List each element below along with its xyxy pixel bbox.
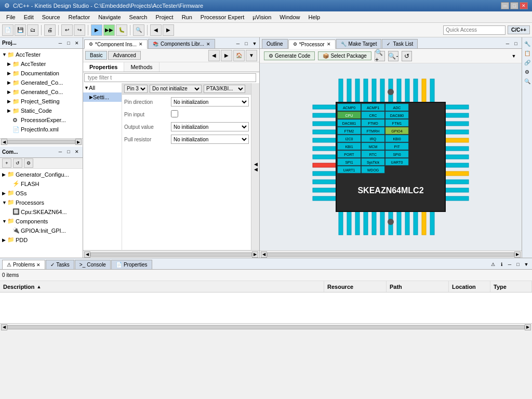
nav-home[interactable]: 🏠: [233, 50, 245, 61]
generate-code-button[interactable]: ⚙ Generate Code: [264, 51, 315, 60]
prev-button[interactable]: ◀: [150, 24, 162, 36]
tab-component-inspector[interactable]: ⚙ *Component Ins... ✕: [84, 39, 148, 49]
proc-hscroll-right[interactable]: ▶: [514, 251, 521, 258]
side-btn-1[interactable]: 🔧: [523, 39, 531, 48]
pin-input-checkbox[interactable]: [171, 110, 178, 117]
nav-back[interactable]: ◀: [208, 50, 220, 61]
col-description[interactable]: Description ▲: [0, 281, 324, 292]
tab-make-target[interactable]: 🔧 Make Target: [336, 39, 382, 48]
comp-panel-close[interactable]: ✕: [73, 148, 81, 155]
proc-hscroll-left[interactable]: ◀: [261, 251, 267, 258]
side-btn-3[interactable]: 🔗: [523, 58, 531, 66]
tree-project-info[interactable]: 📄 ProjectInfo.xml: [1, 125, 82, 134]
tree-generated[interactable]: ▶ 📁 Generated_Co...: [1, 78, 82, 87]
redo-button[interactable]: ↪: [74, 24, 85, 36]
bottom-menu[interactable]: ▼: [523, 261, 530, 268]
pin-direction-select[interactable]: No initialization: [171, 97, 249, 107]
collapse-divider[interactable]: ◀◀: [251, 83, 259, 250]
processor-tab-close[interactable]: ✕: [327, 42, 331, 47]
debug-button[interactable]: 🐛: [116, 24, 127, 36]
tree-sources[interactable]: ▶ 📁 Project_Setting: [1, 97, 82, 106]
refresh-button[interactable]: ↺: [402, 51, 412, 61]
inspector-tab-close[interactable]: ✕: [139, 42, 143, 47]
tab-problems[interactable]: ⚠ Problems ✕: [2, 260, 45, 269]
col-type[interactable]: Type: [490, 281, 532, 292]
select-package-button[interactable]: 📦 Select Package: [318, 51, 371, 60]
comp-settings-btn[interactable]: ⚙: [24, 158, 33, 168]
maximize-button[interactable]: □: [510, 2, 518, 9]
menu-file[interactable]: File: [2, 11, 20, 22]
nav-menu[interactable]: ▼: [246, 50, 257, 61]
tab-tasks[interactable]: ✓ Tasks: [46, 260, 74, 269]
undo-button[interactable]: ↩: [61, 24, 73, 36]
library-tab-close[interactable]: ✕: [206, 42, 210, 47]
inspector-hscroll-right[interactable]: ▶: [252, 251, 258, 258]
perspective-button[interactable]: C/C++: [508, 25, 530, 34]
tab-outline[interactable]: Outline: [262, 39, 288, 48]
tree-documentation[interactable]: ▶ 📁 Documentation: [1, 69, 82, 78]
right-panel-maximize[interactable]: □: [512, 40, 520, 47]
zoom-in-button[interactable]: 🔍+: [375, 51, 385, 61]
inspector-maximize[interactable]: □: [243, 40, 250, 47]
tree-includes[interactable]: ▶ 📁 AccTester: [1, 59, 82, 69]
col-path[interactable]: Path: [387, 281, 449, 292]
quick-access-input[interactable]: [443, 25, 506, 35]
prob-hscroll-right[interactable]: ▶: [525, 324, 531, 330]
problems-hscroll[interactable]: ◀ ▶: [0, 323, 532, 330]
comp-panel-maximize[interactable]: □: [65, 148, 72, 155]
pin-init-select[interactable]: Do not initialize: [150, 85, 202, 93]
inspector-menu[interactable]: ▼: [251, 40, 258, 47]
bottom-filter2-btn[interactable]: ℹ: [498, 261, 505, 268]
tree-processor-expert[interactable]: ⚙ ProcessorExper...: [1, 115, 82, 125]
menu-help[interactable]: Help: [304, 11, 324, 22]
processor-hscroll[interactable]: ◀ ▶: [260, 250, 522, 258]
close-button[interactable]: ✕: [520, 2, 528, 9]
problems-tab-close[interactable]: ✕: [36, 262, 41, 268]
menu-run[interactable]: Run: [178, 11, 196, 22]
hscroll-right[interactable]: ▶: [75, 139, 82, 145]
tree-settings-item[interactable]: ▶ Setti...: [83, 92, 122, 102]
comp-tree-generator[interactable]: ▶ 📁 Generator_Configu...: [1, 170, 82, 179]
menu-refactor[interactable]: Refactor: [64, 11, 95, 22]
comp-tree-processors[interactable]: ▼ 📁 Processors: [1, 198, 82, 207]
comp-tree-oss[interactable]: ▶ 📁 OSs: [1, 189, 82, 198]
panel-minimize-btn[interactable]: ─: [57, 39, 64, 47]
properties-tab[interactable]: Properties: [83, 62, 124, 72]
bottom-maximize[interactable]: □: [514, 261, 522, 268]
menu-window[interactable]: Window: [275, 11, 304, 22]
side-btn-5[interactable]: 🔍: [523, 77, 531, 85]
filter-input[interactable]: [84, 73, 256, 82]
new-button[interactable]: 📄: [2, 24, 14, 36]
menu-source[interactable]: Source: [38, 11, 64, 22]
comp-add-btn[interactable]: +: [2, 158, 11, 168]
col-location[interactable]: Location: [449, 281, 490, 292]
comp-refresh-btn[interactable]: ↺: [13, 158, 22, 168]
menu-search[interactable]: Search: [125, 11, 152, 22]
basic-button[interactable]: Basic: [85, 51, 107, 60]
nav-forward[interactable]: ▶: [221, 50, 232, 61]
menu-navigate[interactable]: Navigate: [94, 11, 125, 22]
comp-tree-pdd[interactable]: ▶ 📁 PDD: [1, 235, 82, 245]
pin-number-select[interactable]: Pin 3: [124, 85, 148, 93]
tree-static-code[interactable]: ▶ 📁 Static_Code: [1, 106, 82, 115]
project-tree-hscroll[interactable]: ◀ ▶: [0, 138, 83, 145]
tab-console[interactable]: >_ Console: [75, 260, 111, 269]
tree-project-setting[interactable]: ▶ 📁 Generated_Co...: [1, 87, 82, 97]
advanced-button[interactable]: Advanced: [108, 51, 140, 60]
inspector-hscroll-bar[interactable]: [90, 252, 252, 257]
side-btn-4[interactable]: ⚙: [523, 68, 531, 76]
minimize-button[interactable]: ─: [501, 2, 509, 9]
comp-tree-cpu[interactable]: 🔲 Cpu:SKEAZN64...: [1, 207, 82, 217]
bottom-filter-btn[interactable]: ⚠: [489, 261, 497, 268]
search-toolbar-button[interactable]: 🔍: [133, 24, 144, 36]
tree-all-item[interactable]: ▼ All: [83, 83, 122, 92]
pull-resistor-select[interactable]: No initialization: [171, 135, 249, 144]
side-btn-2[interactable]: 📋: [523, 49, 531, 57]
prob-hscroll-left[interactable]: ◀: [1, 324, 7, 330]
comp-tree-components[interactable]: ▼ 📁 Components: [1, 217, 82, 226]
proc-hscroll-bar[interactable]: [267, 252, 514, 257]
next-button[interactable]: ▶: [163, 24, 174, 36]
menu-edit[interactable]: Edit: [20, 11, 38, 22]
pin-name-select[interactable]: PTA3/KBI...: [204, 85, 245, 93]
processor-menu-btn[interactable]: ▼: [510, 52, 517, 60]
